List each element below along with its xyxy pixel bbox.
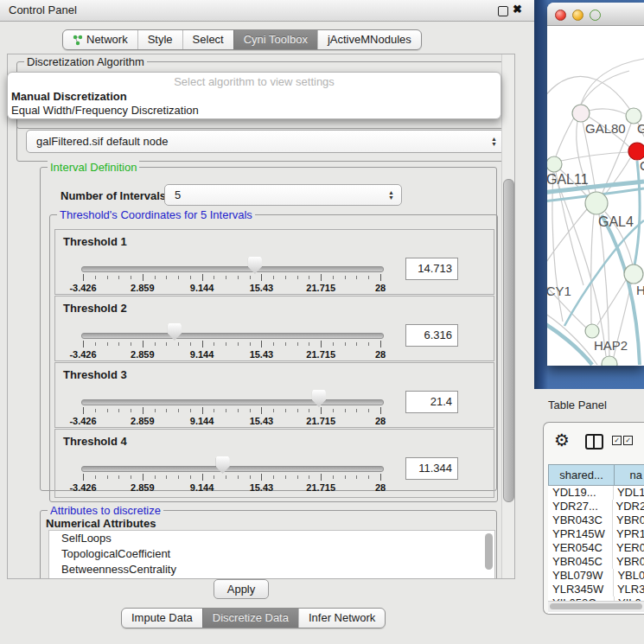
slider-tick: [143, 474, 143, 481]
table-cell[interactable]: YBR0: [613, 513, 644, 527]
network-node[interactable]: [572, 105, 590, 122]
spinner-arrows-icon: ▲▼: [491, 137, 497, 147]
table-data-combobox[interactable]: galFiltered.sif default node ▲▼: [26, 130, 505, 153]
table-cell[interactable]: YER054C: [548, 541, 613, 555]
minimize-traffic-light-icon[interactable]: [572, 10, 583, 21]
tab-impute-data[interactable]: Impute Data: [122, 609, 202, 628]
table-cell[interactable]: YDL1: [614, 486, 644, 500]
network-node[interactable]: [585, 192, 608, 214]
table-row[interactable]: YBR043CYBR0: [548, 513, 644, 527]
table-cell[interactable]: YER0: [613, 541, 644, 555]
close-traffic-light-icon[interactable]: [555, 10, 566, 21]
network-canvas[interactable]: GAL80GACGAL11GAL4HGCY1HAP2: [547, 26, 644, 366]
slider-tick-label: -3.426: [69, 283, 96, 293]
slider-tick: [321, 341, 322, 348]
tab-style[interactable]: Style: [137, 30, 182, 49]
threshold-value-field[interactable]: 14.713: [405, 258, 458, 280]
table-row[interactable]: YPR145WYPR1: [548, 527, 644, 541]
table-row[interactable]: YBL079WYBL0: [548, 569, 644, 583]
slider-tick-label: 21.715: [306, 416, 335, 426]
table-cell[interactable]: YBL079W: [548, 569, 614, 583]
network-node-label: GAL11: [547, 172, 589, 187]
column-header-shared-name[interactable]: shared...: [548, 464, 615, 486]
threshold-value-field[interactable]: 6.316: [405, 324, 458, 347]
network-node[interactable]: [547, 156, 562, 172]
column-layout-icon[interactable]: [585, 434, 603, 450]
table-row[interactable]: YDR27...YDR2: [548, 500, 644, 513]
threshold-value-field[interactable]: 21.4: [405, 391, 458, 413]
num-intervals-combobox[interactable]: 5 ▲▼: [164, 184, 402, 206]
slider-tick-label: 28: [375, 283, 386, 293]
slider-track[interactable]: [81, 466, 384, 472]
threshold-2-box: Threshold 2 -3.4262.8599.14415.4321.7152…: [54, 296, 494, 361]
table-cell[interactable]: YPR1: [613, 527, 644, 541]
table-row[interactable]: YBR045CYBR0: [548, 555, 644, 569]
algorithm-dropdown-popup: Select algorithm to view settings Manual…: [7, 72, 501, 119]
slider-tick-label: 15.43: [250, 482, 274, 493]
tab-jactivemnodules[interactable]: jActiveMNodules: [317, 30, 421, 49]
table-header-row: shared... na: [548, 464, 644, 486]
network-node[interactable]: [624, 265, 643, 284]
table-row[interactable]: YER054CYER0: [548, 541, 644, 555]
app-root: Control Panel ✖ Network Style Select Cyn…: [0, 0, 644, 644]
apply-button[interactable]: Apply: [214, 579, 269, 599]
tab-select[interactable]: Select: [182, 30, 233, 49]
slider-tick: [118, 276, 119, 279]
table-cell[interactable]: YDL19...: [548, 486, 614, 500]
list-item[interactable]: TopologicalCoefficient: [49, 546, 494, 562]
slider-tick: [118, 409, 119, 412]
table-cell[interactable]: YDR2: [613, 500, 644, 513]
tab-discretize-data[interactable]: Discretize Data: [202, 609, 298, 628]
column-header-name[interactable]: na: [615, 464, 644, 486]
slider-track[interactable]: [81, 399, 384, 405]
threshold-label: Threshold 1: [63, 235, 127, 248]
list-scrollbar[interactable]: [485, 533, 493, 570]
tab-cyni-toolbox[interactable]: Cyni Toolbox: [233, 30, 317, 49]
table-row[interactable]: YDL19...YDL1: [548, 486, 644, 500]
slider-ticks: [83, 341, 380, 348]
slider-tick: [143, 407, 143, 414]
list-item[interactable]: BetweennessCentrality: [49, 562, 494, 577]
slider-tick: [309, 409, 309, 412]
zoom-traffic-light-icon[interactable]: [590, 10, 601, 21]
network-node[interactable]: [628, 143, 644, 160]
gear-icon[interactable]: ⚙: [554, 430, 570, 450]
table-cell[interactable]: YBR043C: [548, 513, 613, 527]
slider-tick: [214, 475, 214, 479]
close-icon[interactable]: ✖: [513, 3, 522, 16]
slider-tick: [345, 276, 346, 279]
tab-infer-network[interactable]: Infer Network: [298, 609, 385, 628]
slider-tick: [297, 409, 298, 412]
slider-tick-label: 21.715: [306, 283, 335, 293]
float-window-icon[interactable]: [498, 6, 508, 16]
table-cell[interactable]: YPR145W: [548, 527, 613, 541]
slider-track[interactable]: [81, 333, 384, 339]
menu-item-manual-discretization[interactable]: Manual Discretization: [11, 90, 127, 103]
slider-tick: [202, 407, 203, 414]
table-hscrollbar[interactable]: [548, 601, 644, 612]
table-row[interactable]: YLR345WYLR3: [548, 583, 644, 596]
table-cell[interactable]: YBR045C: [548, 555, 613, 569]
threshold-value-field[interactable]: 11.344: [405, 457, 458, 480]
network-node[interactable]: [602, 356, 617, 366]
slider-tick: [202, 474, 203, 481]
table-cell[interactable]: YLR3: [614, 583, 644, 596]
table-cell[interactable]: YLR345W: [548, 583, 614, 596]
slider-tick: [226, 475, 226, 479]
network-window-titlebar[interactable]: [547, 3, 644, 26]
slider-track[interactable]: [81, 266, 384, 272]
select-columns-icon[interactable]: ✓ ✓: [612, 436, 633, 445]
menu-item-equal-width-frequency[interactable]: Equal Width/Frequency Discretization: [11, 104, 199, 117]
table-cell[interactable]: YDR27...: [548, 500, 613, 513]
network-icon: [73, 35, 83, 46]
numerical-attributes-list: SelfLoops TopologicalCoefficient Between…: [48, 530, 495, 579]
table-hscrollbar-thumb[interactable]: [550, 603, 642, 609]
slider-tick: [297, 342, 298, 346]
tab-network[interactable]: Network: [63, 30, 137, 49]
table-cell[interactable]: YBL0: [614, 569, 644, 583]
table-cell[interactable]: YBR0: [613, 555, 644, 569]
list-item[interactable]: SelfLoops: [49, 531, 494, 546]
network-node[interactable]: [585, 324, 599, 338]
content-scrollbar-thumb[interactable]: [503, 179, 514, 502]
slider-tick: [155, 342, 156, 346]
